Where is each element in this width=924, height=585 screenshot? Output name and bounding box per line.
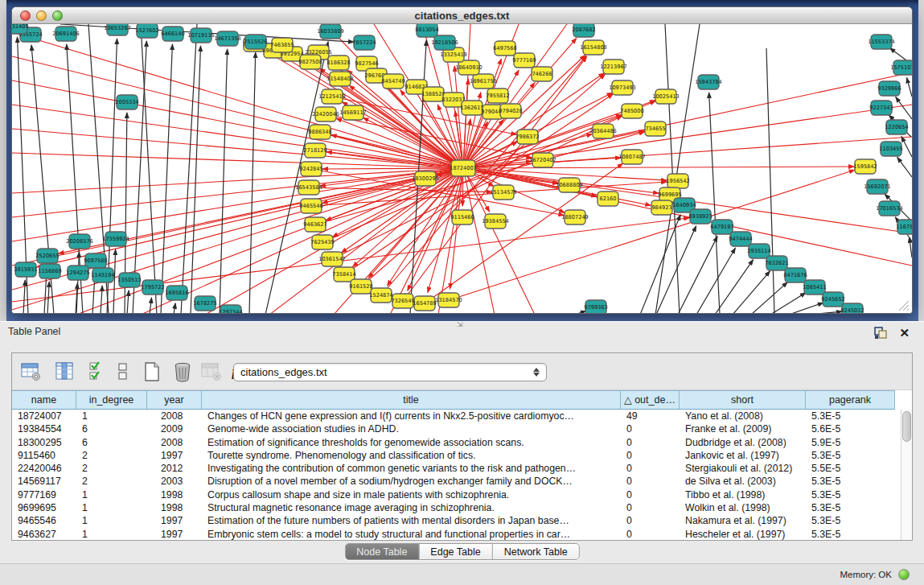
graph-node[interactable]: 10361547 [318, 252, 346, 266]
graph-node[interactable]: 20691406 [52, 27, 80, 41]
graph-node[interactable]: 9115460 [450, 210, 474, 225]
graph-node[interactable]: 7986372 [515, 130, 539, 144]
graph-node[interactable]: 2087682 [572, 24, 595, 37]
graph-node[interactable]: 1131405 [12, 24, 29, 34]
graph-node[interactable]: 1654789 [413, 296, 436, 311]
graph-node[interactable]: 9794028 [499, 104, 522, 118]
zoom-window-button[interactable] [52, 10, 63, 21]
graph-node[interactable]: 1167533 [896, 220, 912, 234]
scrollbar-thumb[interactable] [902, 411, 911, 442]
graph-node[interactable]: 9245652 [821, 292, 844, 307]
graph-node[interactable]: 9329966 [877, 81, 901, 96]
column-header-1[interactable]: in_degree [76, 390, 147, 410]
graph-node[interactable]: 9463627 [303, 217, 326, 232]
citation-network-graph[interactable]: 1872400774638228960128591295423226055982… [12, 24, 912, 314]
graph-node[interactable]: 12125419 [318, 89, 346, 104]
table-row[interactable]: 911546021997Tourette syndrome. Phenomeno… [12, 449, 901, 462]
graph-node[interactable]: 19384554 [482, 214, 509, 229]
graph-node[interactable]: 9227343 [869, 101, 893, 115]
graph-node[interactable]: 1956542 [666, 174, 689, 188]
graph-node[interactable]: 9799363 [584, 300, 607, 314]
graph-node[interactable]: 1350513 [117, 273, 141, 287]
table-selector-dropdown[interactable]: citations_edges.txt [233, 363, 547, 381]
tab-edge-table[interactable]: Edge Table [419, 544, 492, 559]
table-row[interactable]: 969969511998Structural magnetic resonanc… [12, 501, 901, 514]
graph-node[interactable]: 1103455 [879, 142, 902, 156]
table-row[interactable]: 946554611997Estimation of the future num… [12, 514, 901, 527]
column-header-3[interactable]: title [202, 390, 621, 410]
column-header-5[interactable]: short [680, 390, 806, 410]
graph-node[interactable]: 7955812 [486, 89, 509, 103]
graph-node[interactable]: 7463855 [270, 38, 294, 52]
table-row[interactable]: 1938455462009Genome-wide association stu… [12, 422, 901, 435]
graph-node[interactable]: 734655 [645, 122, 666, 136]
graph-node[interactable]: 10807487 [618, 150, 646, 164]
graph-node[interactable]: 1156869 [38, 264, 61, 278]
graph-node[interactable]: 7632621 [765, 256, 788, 270]
graph-node[interactable]: 8454749 [381, 74, 405, 89]
graph-node[interactable]: 1527602 [135, 24, 158, 38]
graph-node[interactable]: 9886348 [308, 125, 331, 139]
close-window-button[interactable] [20, 10, 31, 21]
graph-node[interactable]: 10025413 [652, 89, 680, 104]
column-header-4[interactable]: △ out_de… [621, 390, 680, 410]
graph-node[interactable]: 7485000 [620, 104, 643, 118]
graph-node[interactable]: 16543584 [295, 180, 322, 195]
graph-node[interactable]: 15134575 [490, 185, 517, 200]
column-header-0[interactable]: name [12, 390, 76, 410]
graph-node[interactable]: 1595842 [853, 159, 877, 174]
graph-node[interactable]: 1362615 [460, 101, 483, 115]
float-panel-icon[interactable] [874, 327, 888, 340]
graph-node[interactable]: 1795722 [141, 280, 164, 295]
table-settings-icon[interactable] [18, 359, 44, 385]
table-row[interactable]: 977716911998Corpus callosum shape and si… [12, 488, 901, 501]
graph-node[interactable]: 19218506 [431, 35, 458, 50]
graph-node[interactable]: 18300295 [412, 171, 439, 186]
table-row[interactable]: 1872400712008Changes of HCN gene express… [12, 410, 901, 422]
graph-node[interactable]: 2520655 [35, 249, 59, 263]
graph-node[interactable]: 9465546 [299, 199, 322, 213]
graph-node[interactable]: 8813054 [415, 24, 438, 37]
graph-node[interactable]: 22420046 [312, 107, 339, 122]
show-columns-icon[interactable] [52, 359, 78, 385]
graph-node[interactable]: 6497568 [493, 41, 516, 56]
graph-node[interactable]: 12213967 [600, 60, 627, 74]
resize-grip-icon[interactable] [896, 298, 910, 312]
graph-node[interactable]: 16033809 [317, 24, 344, 39]
tab-network-table[interactable]: Network Table [493, 544, 579, 559]
panel-splitter-handle[interactable]: ⇲ [457, 320, 463, 328]
graph-node[interactable]: 3915931 [14, 262, 37, 277]
graph-node[interactable]: 1524874 [369, 288, 392, 303]
window-titlebar[interactable]: citations_edges.txt [12, 7, 912, 24]
graph-node[interactable]: 9161528 [349, 279, 372, 294]
graph-node[interactable]: 16961758 [470, 74, 497, 89]
graph-node[interactable]: 6466140 [161, 27, 184, 41]
graph-node[interactable]: 11553374 [868, 35, 895, 49]
select-columns-icon[interactable] [84, 359, 110, 385]
graph-node[interactable]: 13184570 [435, 293, 462, 307]
table-row[interactable]: 1830029562008Estimation of significance … [12, 436, 901, 449]
graph-node[interactable]: 1292344 [219, 305, 242, 314]
table-row[interactable]: 2242004622012Investigating the contribut… [12, 462, 901, 475]
graph-node[interactable]: 8938923 [688, 209, 712, 224]
graph-node[interactable]: 18724007 [450, 160, 477, 176]
graph-node[interactable]: 7857224 [352, 35, 376, 50]
close-panel-icon[interactable]: ✕ [899, 328, 910, 339]
graph-node[interactable]: 11548408 [326, 72, 354, 86]
graph-node[interactable]: 20206576 [66, 234, 93, 249]
vertical-scrollbar[interactable] [901, 410, 912, 540]
graph-node[interactable]: 9827508 [298, 55, 322, 69]
graph-node[interactable]: 1065411 [803, 280, 826, 295]
graph-node[interactable]: 9777169 [512, 53, 536, 68]
graph-node[interactable]: 984923 [651, 200, 672, 215]
column-header-2[interactable]: year [147, 390, 202, 410]
graph-node[interactable]: 9242845 [299, 162, 322, 176]
graph-node[interactable]: 17016534 [876, 201, 903, 216]
delete-rows-icon[interactable] [170, 359, 195, 385]
new-table-icon[interactable] [139, 359, 165, 385]
graph-node[interactable]: 15751074 [890, 60, 912, 75]
graph-node[interactable]: 8186328 [326, 56, 350, 70]
graph-node[interactable]: 8471676 [783, 268, 807, 282]
graph-node[interactable]: 10688809 [556, 178, 583, 192]
graph-node[interactable]: 20364486 [589, 124, 617, 138]
